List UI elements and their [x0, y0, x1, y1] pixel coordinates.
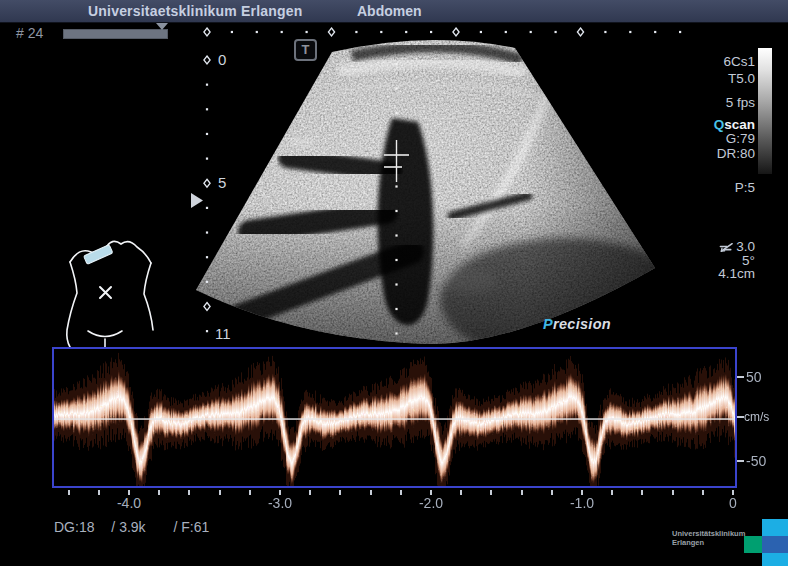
filter-value: / F:61	[174, 519, 210, 535]
qscan-rest: scan	[724, 117, 755, 132]
depth-ruler-mark	[204, 303, 210, 311]
velocity-scale-min: -50	[746, 453, 766, 469]
frequency-row: 3.0	[719, 239, 755, 254]
depth-label-0: 0	[218, 51, 226, 68]
top-ruler-mark	[629, 31, 631, 33]
scale-tick-bottom	[737, 460, 744, 462]
doppler-cursor-dot	[395, 210, 397, 212]
grayscale-reference-bar	[758, 48, 772, 174]
top-ruler-mark	[530, 31, 532, 33]
doppler-cursor-dot	[395, 332, 397, 334]
depth-ruler-mark	[206, 256, 208, 258]
multihz-frequency-icon	[719, 241, 734, 253]
prf-value: / 3.9k	[111, 519, 145, 535]
depth-ruler-mark	[206, 158, 208, 160]
time-axis-label: -3.0	[258, 495, 302, 511]
power-value: P:5	[735, 180, 755, 195]
logo-line2: Erlangen	[672, 538, 745, 547]
depth-ruler-mark	[206, 133, 208, 135]
time-tick	[339, 490, 341, 495]
top-ruler-mark	[355, 31, 357, 33]
precision-p: P	[543, 316, 553, 332]
top-ruler-mark	[453, 28, 459, 36]
doppler-cursor-dot	[395, 308, 397, 310]
cine-slider-handle[interactable]	[156, 23, 168, 30]
top-ruler-mark	[306, 31, 308, 33]
doppler-cursor-dot	[395, 234, 397, 236]
depth-label-5: 5	[218, 174, 226, 191]
doppler-cursor-dot	[395, 283, 397, 285]
precision-rest: recision	[553, 316, 611, 332]
velocity-scale-max: 50	[746, 369, 762, 385]
top-ruler-mark	[204, 28, 210, 36]
logo-square-blue	[762, 536, 788, 553]
orientation-marker: T	[294, 39, 317, 61]
time-tick	[400, 490, 402, 495]
gain-value: G:79	[726, 131, 755, 146]
dynamic-range: DR:80	[717, 146, 755, 161]
spectral-waveform-canvas	[54, 349, 735, 486]
frame-rate: 5 fps	[726, 95, 755, 110]
doppler-cursor-dot	[395, 259, 397, 261]
gate-depth: 4.1cm	[718, 266, 755, 281]
title-bar: Universitaetsklinikum Erlangen Abdomen	[0, 0, 788, 23]
top-ruler-mark	[555, 31, 557, 33]
qscan-q: Q	[714, 117, 725, 132]
top-ruler-mark	[380, 31, 382, 33]
qscan-label: Qscan	[714, 117, 755, 132]
time-tick	[460, 490, 462, 495]
logo-square-cyan-bottom	[762, 553, 788, 566]
doppler-status-bar: DG:18 / 3.9k / F:61	[54, 519, 209, 535]
focus-marker-icon	[191, 193, 203, 208]
time-axis-label: -1.0	[560, 495, 604, 511]
probe-position-marker	[84, 245, 113, 265]
cine-slider-track[interactable]	[63, 29, 168, 39]
time-tick	[68, 490, 70, 495]
body-marker-icon	[67, 241, 153, 352]
time-tick	[490, 490, 492, 495]
transducer-id: 6Cs1	[723, 54, 755, 69]
depth-label-11: 11	[215, 325, 231, 342]
ultrasound-screen: Universitaetsklinikum Erlangen Abdomen #…	[0, 0, 788, 566]
time-tick	[370, 490, 372, 495]
time-tick	[98, 490, 100, 495]
depth-ruler-mark	[206, 281, 208, 283]
top-ruler-mark	[328, 28, 334, 36]
clinic-logo-text: Universitätsklinikum Erlangen	[672, 529, 745, 547]
doppler-cursor-dot	[395, 185, 397, 187]
time-tick	[672, 490, 674, 495]
top-ruler-mark	[480, 31, 482, 33]
depth-ruler-mark	[206, 231, 208, 233]
scale-tick-baseline	[737, 416, 744, 418]
doppler-cursor-dot	[395, 112, 397, 114]
time-axis-label: -2.0	[409, 495, 453, 511]
depth-ruler-mark	[204, 179, 210, 187]
logo-line1: Universitätsklinikum	[672, 529, 745, 538]
logo-square-cyan-top	[762, 519, 788, 536]
time-axis-label: -4.0	[107, 495, 151, 511]
logo-square-green	[744, 536, 762, 553]
top-ruler-mark	[430, 31, 432, 33]
depth-ruler-mark	[206, 84, 208, 86]
top-ruler-mark	[405, 31, 407, 33]
depth-ruler-mark	[206, 207, 208, 209]
scale-tick-top	[737, 376, 744, 378]
spectral-doppler-display	[52, 347, 737, 488]
doppler-gain: DG:18	[54, 519, 94, 535]
top-ruler-mark	[281, 31, 283, 33]
precision-brand-label: Precision	[543, 316, 611, 332]
time-tick	[309, 490, 311, 495]
time-tick	[249, 490, 251, 495]
time-tick	[188, 490, 190, 495]
time-tick	[611, 490, 613, 495]
top-ruler-mark	[654, 31, 656, 33]
top-ruler-mark	[679, 31, 681, 33]
frame-counter: # 24	[16, 25, 43, 41]
time-tick	[521, 490, 523, 495]
time-tick	[219, 490, 221, 495]
time-tick	[158, 490, 160, 495]
depth-ruler-mark	[204, 56, 210, 64]
depth-ruler-mark	[206, 330, 208, 332]
doppler-cursor-dot	[395, 87, 397, 89]
depth-ruler-mark	[206, 108, 208, 110]
